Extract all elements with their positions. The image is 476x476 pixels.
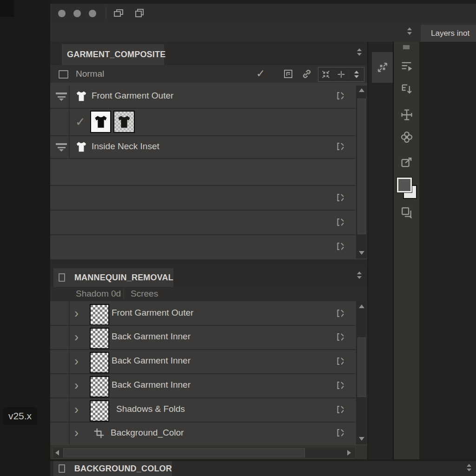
background-checkbox[interactable] — [59, 464, 65, 473]
layer-state-icon[interactable] — [56, 143, 67, 152]
garment-tab[interactable]: GARMENT_COMPOSITE — [62, 44, 164, 65]
subtab-divider — [123, 289, 124, 299]
apply-check-icon[interactable]: ✓ — [256, 67, 265, 80]
blend-options-icon[interactable] — [283, 68, 294, 79]
empty-layer-row[interactable] — [50, 235, 355, 258]
empty-layer-row[interactable] — [50, 211, 355, 234]
foreground-color-swatch[interactable] — [397, 178, 412, 192]
garment-thumbnail-2[interactable] — [113, 111, 135, 133]
background-title: BACKGROUND_COLOR — [65, 464, 172, 474]
layer-thumbnail[interactable] — [90, 352, 109, 373]
expand-chevron-icon[interactable]: › — [74, 302, 79, 325]
layer-thumbnail[interactable] — [90, 328, 109, 349]
merge-center-button[interactable] — [318, 67, 333, 81]
window-dot-3[interactable] — [89, 10, 96, 17]
mid-strip — [367, 42, 394, 460]
clip-bracket-icon[interactable] — [336, 192, 346, 203]
blend-mode-select[interactable]: Normal — [76, 69, 104, 79]
mannequin-vertical-scrollbar[interactable] — [356, 301, 367, 444]
layer-comp-icon[interactable] — [400, 60, 414, 73]
layer-row[interactable]: › Shadows & Folds — [50, 398, 355, 421]
layer-thumbnail[interactable] — [90, 400, 109, 422]
clover-align-icon[interactable] — [400, 130, 414, 144]
application-window: v25.x Layers inot — [0, 0, 476, 476]
mannequin-header: MANNEQUIN_REMOVAL — [50, 267, 367, 287]
layer-row[interactable]: › Front Garment Outer — [50, 302, 355, 325]
panel-sort-arrows-icon[interactable] — [407, 27, 412, 35]
background-tab[interactable]: BACKGROUND_COLOR — [53, 461, 172, 476]
distribute-button[interactable] — [333, 67, 349, 81]
background-header: BACKGROUND_COLOR — [50, 461, 476, 476]
mannequin-sort-arrows-icon[interactable] — [357, 271, 362, 279]
expand-chevron-icon[interactable]: › — [74, 398, 79, 421]
clip-bracket-icon[interactable] — [336, 141, 346, 152]
background-sort-arrows-icon[interactable] — [467, 464, 471, 471]
window-dot-2[interactable] — [73, 10, 81, 17]
stepper-button[interactable] — [349, 67, 364, 81]
clip-bracket-icon[interactable] — [336, 427, 346, 438]
layer-row[interactable]: › Background_Color — [50, 423, 355, 444]
tshirt-thumb-icon — [93, 113, 108, 130]
blend-checkbox[interactable] — [59, 70, 68, 79]
duplicate-layer-icon[interactable] — [400, 205, 414, 219]
layer-row[interactable]: › Back Garment Inner — [50, 326, 355, 349]
clip-bracket-icon[interactable] — [336, 380, 346, 391]
scroll-down-arrow[interactable] — [359, 251, 364, 255]
clip-bracket-icon[interactable] — [336, 308, 346, 319]
clip-bracket-icon[interactable] — [336, 356, 346, 367]
clip-bracket-icon[interactable] — [336, 241, 346, 252]
restore-window-icon[interactable] — [134, 7, 145, 19]
link-layers-icon[interactable] — [301, 68, 312, 79]
garment-thumbnail-1[interactable] — [90, 111, 111, 133]
clip-bracket-icon[interactable] — [336, 404, 346, 415]
mannequin-tab[interactable]: MANNEQUIN_REMOVAL — [53, 268, 173, 287]
scroll-up-arrow[interactable] — [359, 88, 364, 92]
scroll-right-arrow[interactable] — [347, 450, 351, 456]
collapse-panel-button[interactable] — [372, 52, 393, 83]
scroll-thumb[interactable] — [357, 99, 366, 234]
top-edge — [50, 0, 476, 4]
scroll-up-arrow[interactable] — [359, 304, 364, 308]
layer-row[interactable]: › Back Garment Inner — [50, 350, 355, 373]
layer-row[interactable]: › Back Garment Inner — [50, 374, 355, 397]
empty-layer-row[interactable] — [50, 186, 355, 210]
rotate-canvas-icon[interactable] — [400, 156, 414, 170]
horizontal-scrollbar[interactable] — [53, 447, 356, 459]
scroll-left-arrow[interactable] — [55, 450, 59, 456]
crop-adjustment-icon[interactable] — [93, 427, 105, 440]
layer-thumbnail[interactable] — [90, 304, 109, 325]
mannequin-subtabs: Shadom 0d Screes — [50, 287, 367, 302]
expand-chevron-icon[interactable]: › — [74, 374, 79, 397]
window-dot-1[interactable] — [58, 10, 66, 17]
tshirt-icon — [75, 90, 87, 102]
scroll-thumb[interactable] — [357, 337, 366, 397]
color-swatches[interactable] — [397, 178, 417, 201]
thumbnail-row[interactable]: ✓ — [50, 109, 355, 135]
clip-bracket-icon[interactable] — [336, 217, 346, 228]
duplicate-window-icon[interactable] — [113, 7, 124, 19]
subtab-shadow[interactable]: Shadom 0d — [76, 289, 121, 299]
expand-chevron-icon[interactable]: › — [74, 326, 79, 349]
clip-bracket-icon[interactable] — [336, 90, 346, 101]
scroll-down-arrow[interactable] — [359, 437, 364, 441]
scroll-thumb[interactable] — [63, 448, 305, 457]
layer-name: Front Garment Outer — [112, 308, 193, 318]
layer-row-front-garment-outer[interactable]: Front Garment Outer — [50, 86, 355, 107]
layer-thumbnail[interactable] — [90, 376, 109, 397]
export-flow-icon[interactable] — [400, 83, 414, 97]
mannequin-checkbox[interactable] — [59, 273, 65, 282]
transform-anchor-icon[interactable] — [400, 108, 414, 122]
selected-check-icon[interactable]: ✓ — [75, 115, 86, 129]
expand-chevron-icon[interactable]: › — [74, 422, 79, 444]
layers-panel-tab[interactable]: Layers inot — [421, 25, 476, 42]
clip-bracket-icon[interactable] — [336, 331, 346, 343]
subtab-screen[interactable]: Screes — [131, 289, 158, 299]
sidebar-handle-icon[interactable] — [403, 45, 410, 49]
layer-state-icon[interactable] — [56, 93, 67, 101]
layer-row-inside-neck-inset[interactable]: Inside Neck Inset — [50, 136, 355, 158]
garment-sort-arrows-icon[interactable] — [357, 48, 362, 56]
expand-chevron-icon[interactable]: › — [74, 350, 79, 373]
left-rail — [0, 0, 50, 476]
garment-vertical-scrollbar[interactable] — [356, 86, 367, 258]
merge-arrows-icon — [321, 69, 331, 79]
